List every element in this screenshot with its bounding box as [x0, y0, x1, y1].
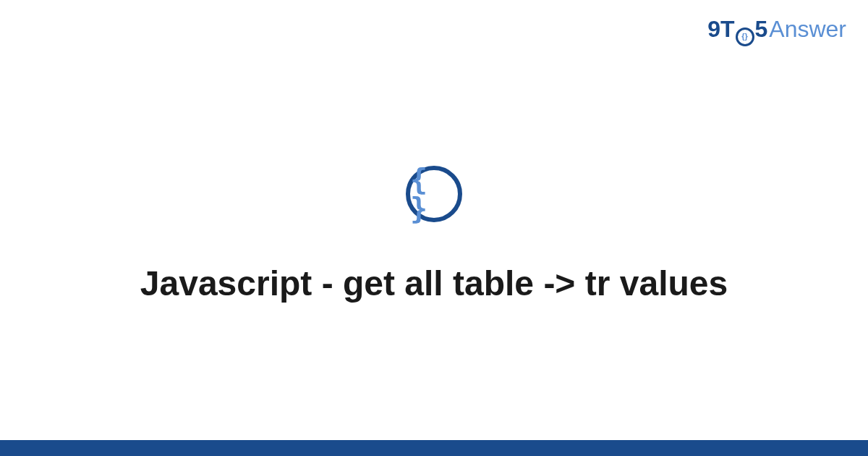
footer-accent-bar — [0, 440, 868, 456]
question-title: Javascript - get all table -> tr values — [111, 262, 757, 305]
main-content: { } Javascript - get all table -> tr val… — [0, 0, 868, 456]
code-braces-icon: { } — [410, 165, 458, 223]
category-icon-circle: { } — [406, 166, 462, 222]
